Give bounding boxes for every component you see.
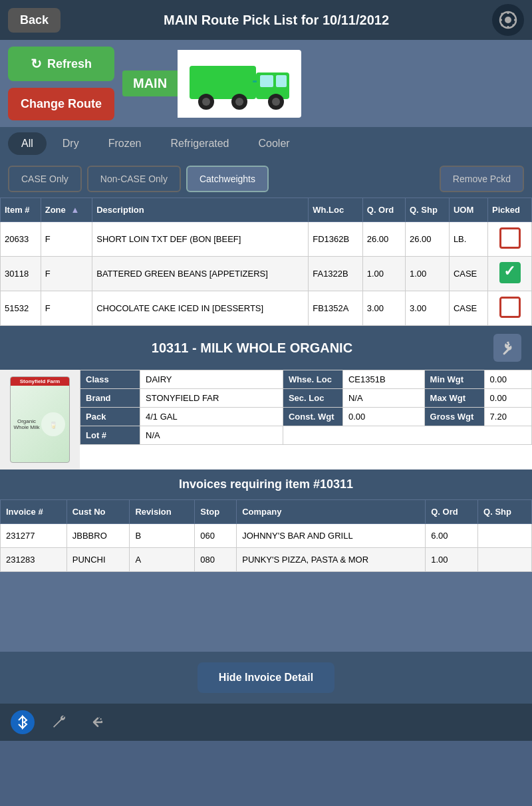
svg-rect-10 (190, 66, 256, 99)
item-qord: 26.00 (362, 222, 405, 257)
detail-row: Lot # N/A (80, 426, 532, 445)
svg-point-15 (202, 98, 210, 106)
tab-cooler[interactable]: Cooler (245, 132, 303, 155)
back-button[interactable]: Back (8, 8, 61, 33)
detail-header: 10311 - MILK WHOLE ORGANIC (0, 326, 532, 370)
col-revision: Revision (130, 500, 195, 524)
refresh-icon: ↻ (31, 56, 42, 72)
inv-cust: PUNCHI (66, 548, 130, 572)
non-case-only-button[interactable]: Non-CASE Only (87, 166, 181, 192)
change-route-button[interactable]: Change Route (8, 88, 114, 120)
col-picked: Picked (488, 198, 532, 222)
tab-refrigerated[interactable]: Refrigerated (157, 132, 242, 155)
gross-wgt-value: 7.20 (484, 408, 531, 426)
detail-title: 10311 - MILK WHOLE ORGANIC (11, 340, 493, 356)
item-uom: LB. (449, 222, 487, 257)
item-qord: 3.00 (362, 291, 405, 326)
route-label: MAIN (122, 70, 178, 96)
lot-label: Lot # (80, 426, 140, 445)
col-qshp: Q. Shp (478, 500, 532, 524)
bluetooth-icon[interactable] (11, 710, 35, 734)
col-zone: Zone ▲ (41, 198, 92, 222)
pack-label: Pack (80, 408, 140, 426)
detail-grid: Class DAIRY Whse. Loc CE1351B Min Wgt 0.… (80, 370, 532, 470)
detail-row: Class DAIRY Whse. Loc CE1351B Min Wgt 0.… (80, 370, 532, 389)
invoice-row: 231277 JBBBRO B 060 JOHNNY'S BAR AND GRI… (1, 524, 532, 548)
hide-invoice-button[interactable]: Hide Invoice Detail (198, 662, 334, 693)
item-zone: F (41, 291, 92, 326)
col-invoice: Invoice # (1, 500, 67, 524)
refresh-button[interactable]: ↻ Refresh (8, 47, 114, 81)
col-company: Company (237, 500, 426, 524)
tab-frozen[interactable]: Frozen (95, 132, 155, 155)
wrench-icon (499, 340, 515, 356)
case-only-button[interactable]: CASE Only (8, 166, 82, 192)
col-qord: Q. Ord (426, 500, 478, 524)
min-wgt-value: 0.00 (484, 370, 531, 389)
product-image: Stonyfield Farm OrganicWhole Milk 🥛 (0, 370, 80, 470)
catchweights-button[interactable]: Catchweights (186, 166, 269, 192)
invoice-row: 231283 PUNCHI A 080 PUNKY'S PIZZA, PASTA… (1, 548, 532, 572)
item-picked[interactable] (488, 291, 532, 326)
top-controls: ↻ Refresh Change Route MAIN (0, 40, 532, 127)
back-nav-icon[interactable] (85, 710, 109, 734)
col-stop: Stop (195, 500, 237, 524)
checkbox-empty[interactable] (499, 297, 521, 318)
svg-text:🥛: 🥛 (49, 421, 58, 430)
inv-cust: JBBBRO (66, 524, 130, 548)
item-whloc: FD1362B (309, 222, 363, 257)
inv-revision: B (130, 524, 195, 548)
item-uom: CASE (449, 257, 487, 291)
col-whloc: Wh.Loc (309, 198, 363, 222)
max-wgt-label: Max Wgt (424, 389, 484, 408)
item-qshp: 3.00 (405, 291, 449, 326)
class-value: DAIRY (140, 370, 283, 389)
bottom-nav (0, 704, 532, 741)
svg-rect-20 (253, 80, 257, 82)
class-label: Class (80, 370, 140, 389)
tab-all[interactable]: All (8, 132, 47, 155)
brand-value: STONYFIELD FAR (140, 389, 283, 408)
settings-button[interactable] (492, 4, 524, 36)
tab-dry[interactable]: Dry (49, 132, 92, 155)
wrench-button[interactable] (493, 334, 521, 362)
sec-loc-value: N/A (342, 389, 424, 408)
filter-tabs: All Dry Frozen Refrigerated Cooler (0, 127, 532, 160)
svg-rect-5 (514, 19, 517, 21)
truck-image (178, 50, 301, 118)
lot-value: N/A (140, 426, 283, 445)
inv-number: 231277 (1, 524, 67, 548)
item-picked[interactable] (488, 222, 532, 257)
invoices-table: Invoice # Cust No Revision Stop Company … (0, 499, 532, 572)
wrench-nav-icon[interactable] (48, 710, 72, 734)
checkbox-empty[interactable] (499, 227, 521, 249)
item-zone: F (41, 222, 92, 257)
inv-company: JOHNNY'S BAR AND GRILL (237, 524, 426, 548)
whse-loc-label: Whse. Loc (283, 370, 342, 389)
refresh-label: Refresh (47, 57, 92, 71)
invoices-header: Invoices requiring item #10311 (0, 470, 532, 499)
item-qshp: 1.00 (405, 257, 449, 291)
detail-table: Class DAIRY Whse. Loc CE1351B Min Wgt 0.… (80, 370, 532, 445)
item-qord: 1.00 (362, 257, 405, 291)
inv-qshp (478, 548, 532, 572)
col-qord: Q. Ord (362, 198, 405, 222)
inv-stop: 060 (195, 524, 237, 548)
svg-rect-12 (260, 75, 273, 87)
gross-wgt-label: Gross Wgt (424, 408, 484, 426)
item-description: BATTERED GREEN BEANS [APPETIZERS] (92, 257, 309, 291)
svg-rect-4 (499, 19, 502, 21)
checkbox-checked[interactable] (499, 262, 521, 283)
pack-value: 4/1 GAL (140, 408, 283, 426)
milk-carton: Stonyfield Farm OrganicWhole Milk 🥛 (10, 376, 70, 463)
col-cust: Cust No (66, 500, 130, 524)
inv-qord: 6.00 (426, 524, 478, 548)
remove-picked-button[interactable]: Remove Pckd (440, 166, 524, 192)
inv-qord: 1.00 (426, 548, 478, 572)
item-whloc: FA1322B (309, 257, 363, 291)
item-number: 51532 (1, 291, 41, 326)
inv-qshp (478, 524, 532, 548)
item-picked[interactable] (488, 257, 532, 291)
item-number: 20633 (1, 222, 41, 257)
sort-arrow: ▲ (70, 205, 79, 215)
